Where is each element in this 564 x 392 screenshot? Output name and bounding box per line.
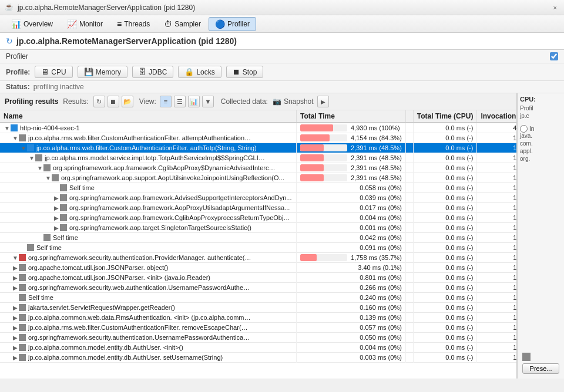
table-row[interactable]: ▼org.springframework.security.authentica… <box>0 253 516 263</box>
tree-toggle[interactable]: ▶ <box>12 275 19 281</box>
radio-in[interactable] <box>520 125 528 133</box>
tree-toggle[interactable]: ▼ <box>45 175 52 181</box>
toolbar-btn-threads[interactable]: ≡Threads <box>110 17 156 31</box>
col-total-time: Total Time <box>297 110 406 123</box>
tree-toggle[interactable]: ▶ <box>12 285 19 291</box>
right-panel-radio[interactable]: In <box>520 125 562 133</box>
threads-label: Threads <box>124 20 150 28</box>
time-bar <box>300 154 347 161</box>
stop-btn[interactable]: ⏹ <box>108 96 119 107</box>
bar-col <box>405 143 413 153</box>
tree-toggle[interactable]: ▼ <box>28 155 35 161</box>
present-button[interactable]: Prese... <box>522 363 559 374</box>
view-tree-btn[interactable]: ≡ <box>160 96 172 107</box>
table-row[interactable]: Self time0.091 ms (0%)0.0 ms (-)12 <box>0 243 516 253</box>
table-row[interactable]: ▶org.springframework.security.authentica… <box>0 333 516 343</box>
table-row[interactable]: ▶org.springframework.aop.target.Singleto… <box>0 223 516 233</box>
call-name: org.apache.tomcat.util.json.JSONParser. … <box>28 264 168 271</box>
right-panel-app: jp.c <box>520 113 562 119</box>
tree-toggle[interactable]: ▶ <box>12 305 19 311</box>
close-button[interactable]: × <box>551 4 559 11</box>
table-row[interactable]: Self time0.042 ms (0%)0.0 ms (-)12 <box>0 233 516 243</box>
profile-btn-locks[interactable]: 🔒Locks <box>178 66 221 78</box>
results-controls: Results: ↻ ⏹ 📂 View: ≡ ☰ 📊 ▼ Collected d… <box>63 96 328 107</box>
table-row[interactable]: ▶jp.co.alpha.common.model.entity.db.Auth… <box>0 353 516 363</box>
table-row[interactable]: ▼jp.co.alpha.rms.web.filter.CustomAuthen… <box>0 143 516 153</box>
overview-label: Overview <box>24 20 53 28</box>
table-row[interactable]: ▼org.springframework.aop.support.AopUtil… <box>0 173 516 183</box>
tree-toggle[interactable]: ▶ <box>53 215 60 221</box>
tree-toggle[interactable]: ▼ <box>36 165 43 171</box>
table-row[interactable]: ▼jp.co.alpha.rms.web.filter.CustomAuthen… <box>0 133 516 143</box>
refresh-btn[interactable]: ↻ <box>93 96 105 107</box>
table-row[interactable]: ▶jp.co.alpha.common.model.entity.db.Auth… <box>0 343 516 353</box>
tree-toggle[interactable]: ▶ <box>12 344 19 351</box>
profile-btn-cpu[interactable]: 🖥CPU <box>35 66 72 78</box>
tree-toggle[interactable]: ▶ <box>12 354 19 361</box>
total-time-cell: 0.091 ms (0%) <box>297 243 406 253</box>
invocations-cell: 12 <box>477 193 516 203</box>
profiler-checkbox[interactable] <box>550 52 558 60</box>
profile-btn-jdbc[interactable]: 🗄JDBC <box>132 66 173 78</box>
call-name: org.springframework.security.web.authent… <box>28 284 251 291</box>
view-options-btn[interactable]: ▼ <box>202 96 214 107</box>
table-row[interactable]: ▶org.apache.tomcat.util.json.JSONParser.… <box>0 273 516 283</box>
toolbar-btn-monitor[interactable]: 📈Monitor <box>61 17 109 31</box>
tree-toggle[interactable]: ▶ <box>12 265 19 271</box>
tree-toggle[interactable]: ▶ <box>53 195 60 201</box>
total-time-cell: 0.001 ms (0%) <box>297 223 406 233</box>
snapshot-export-btn[interactable]: ▶ <box>317 96 329 107</box>
profile-btn-memory[interactable]: 💾Memory <box>78 66 127 78</box>
table-row[interactable]: ▶jp.co.alpha.common.web.data.RmsAuthenti… <box>0 313 516 323</box>
table-row[interactable]: ▶org.springframework.aop.framework.Cglib… <box>0 213 516 223</box>
table-row[interactable]: ▶org.springframework.security.web.authen… <box>0 283 516 293</box>
toolbar-btn-overview[interactable]: 📊Overview <box>5 17 59 31</box>
call-name: jp.co.alpha.rms.web.filter.CustomAuthent… <box>28 134 251 141</box>
table-row[interactable]: ▼jp.co.alpha.rms.model.service.impl.totp… <box>0 153 516 163</box>
table-row[interactable]: Self time0.240 ms (0%)0.0 ms (-)12 <box>0 293 516 303</box>
table-row[interactable]: ▼org.springframework.aop.framework.Cglib… <box>0 163 516 173</box>
tree-toggle[interactable]: ▶ <box>12 325 19 331</box>
table-row[interactable]: ▶jp.co.alpha.rms.web.filter.CustomAuthen… <box>0 323 516 333</box>
call-name: jp.co.alpha.common.model.entity.db.AuthU… <box>28 354 223 361</box>
right-panel-title: CPU: <box>520 96 562 103</box>
table-row[interactable]: ▼http-nio-4004-exec-14,930 ms (100%)0.0 … <box>0 123 516 133</box>
profile-label: Profile: <box>6 68 30 76</box>
view-chart-btn[interactable]: 📊 <box>188 96 200 107</box>
call-icon <box>19 254 26 261</box>
profile-btn-stop[interactable]: ⏹Stop <box>226 66 264 78</box>
profile-toolbar: Profile: 🖥CPU💾Memory🗄JDBC🔒Locks⏹Stop <box>0 63 564 81</box>
tree-toggle[interactable]: ▼ <box>12 255 19 261</box>
tree-toggle[interactable]: ▶ <box>53 225 60 231</box>
cpu-time-cell: 0.0 ms (-) <box>413 233 477 243</box>
call-name: jp.co.alpha.common.model.entity.db.AuthU… <box>28 344 183 351</box>
call-name: jakarta.servlet.ServletRequestWrapper.ge… <box>28 304 175 311</box>
open-btn[interactable]: 📂 <box>122 96 133 107</box>
tree-toggle[interactable]: ▼ <box>4 125 11 131</box>
tree-toggle[interactable]: ▶ <box>53 205 60 211</box>
table-row[interactable]: ▶org.springframework.aop.framework.Advis… <box>0 193 516 203</box>
toolbar-btn-profiler[interactable]: 🔵Profiler <box>209 17 256 31</box>
bar-col <box>405 233 413 243</box>
table-row[interactable]: ▶org.springframework.aop.framework.AopPr… <box>0 203 516 213</box>
table-row[interactable]: Self time0.058 ms (0%)0.0 ms (-)12 <box>0 183 516 193</box>
cpu-time-cell: 0.0 ms (-) <box>413 193 477 203</box>
total-time-cell: 4,930 ms (100%) <box>297 123 406 133</box>
bar-col <box>405 173 413 183</box>
total-time-cell: 0.017 ms (0%) <box>297 203 406 213</box>
view-flat-btn[interactable]: ☰ <box>174 96 186 107</box>
table-row[interactable]: ▶jakarta.servlet.ServletRequestWrapper.g… <box>0 303 516 313</box>
bar-col <box>405 243 413 253</box>
invocations-cell: 12 <box>477 213 516 223</box>
main-area: Profiling results Results: ↻ ⏹ 📂 View: ≡… <box>0 93 564 379</box>
tree-toggle[interactable]: ▶ <box>12 315 19 321</box>
total-time-cell: 0.004 ms (0%) <box>297 213 406 223</box>
tree-toggle[interactable]: ▼ <box>20 145 27 151</box>
table-row[interactable]: ▶org.apache.tomcat.util.json.JSONParser.… <box>0 263 516 273</box>
bar-col <box>405 323 413 333</box>
app-header: ↻ jp.co.alpha.RemoteManagerServerApplica… <box>0 33 564 50</box>
tree-toggle[interactable]: ▶ <box>12 334 19 341</box>
tree-toggle[interactable]: ▼ <box>12 135 19 141</box>
cpu-time-cell: 0.0 ms (-) <box>413 173 477 183</box>
toolbar-btn-sampler[interactable]: ⏱Sampler <box>157 17 207 31</box>
